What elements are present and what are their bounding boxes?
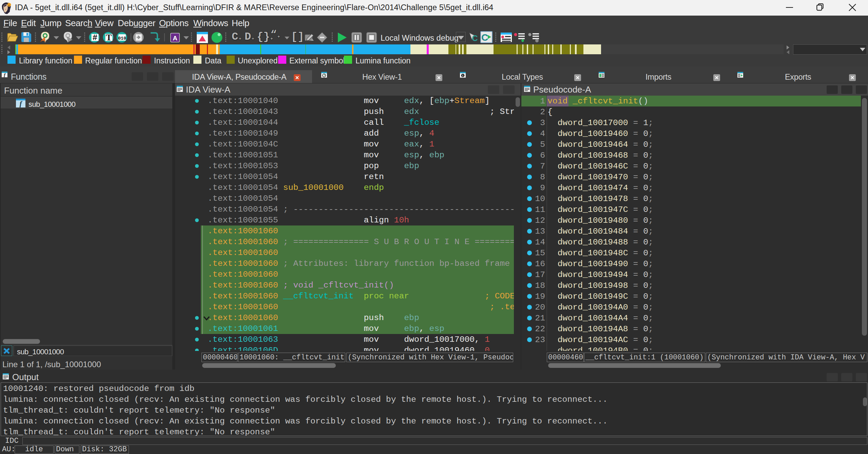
svg-text:T: T bbox=[106, 33, 112, 42]
svg-text:#: # bbox=[93, 33, 97, 42]
svg-text:A: A bbox=[173, 35, 177, 42]
svg-text:C: C bbox=[481, 32, 488, 42]
svg-text:010: 010 bbox=[118, 36, 126, 41]
svg-text:C: C bbox=[472, 34, 478, 42]
svg-text:t: t bbox=[462, 74, 463, 77]
